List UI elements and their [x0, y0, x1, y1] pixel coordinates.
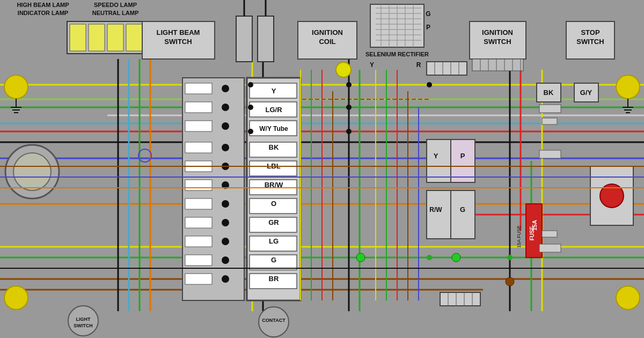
- svg-text:CONTACT: CONTACT: [262, 318, 286, 323]
- svg-text:LIGHT BEAM: LIGHT BEAM: [157, 28, 200, 36]
- svg-rect-30: [89, 24, 105, 51]
- svg-text:R: R: [416, 61, 421, 69]
- svg-rect-69: [472, 59, 523, 71]
- svg-point-158: [4, 286, 28, 310]
- svg-text:BK: BK: [544, 89, 554, 97]
- svg-text:SWITCH: SWITCH: [164, 38, 192, 46]
- svg-rect-131: [451, 190, 475, 239]
- svg-rect-180: [542, 231, 557, 237]
- svg-rect-112: [185, 255, 212, 266]
- svg-text:Y: Y: [272, 87, 276, 95]
- svg-text:SWITCH: SWITCH: [576, 38, 604, 46]
- svg-text:FUSE: FUSE: [529, 226, 535, 240]
- svg-rect-29: [70, 24, 86, 51]
- svg-point-121: [222, 219, 229, 226]
- svg-text:SELENIUM RECTIFIER: SELENIUM RECTIFIER: [365, 51, 429, 57]
- svg-rect-109: [185, 199, 212, 209]
- svg-text:BR: BR: [269, 275, 279, 283]
- svg-point-146: [248, 82, 253, 87]
- svg-text:G: G: [460, 205, 465, 214]
- svg-rect-129: [427, 190, 451, 239]
- svg-point-124: [222, 275, 229, 283]
- svg-text:HIGH BEAM LAMP: HIGH BEAM LAMP: [17, 2, 69, 8]
- svg-text:R/W: R/W: [429, 206, 442, 214]
- svg-text:SPEEDO LAMP: SPEEDO LAMP: [94, 2, 137, 8]
- svg-rect-127: [451, 139, 475, 182]
- svg-rect-106: [185, 142, 212, 153]
- svg-rect-143: [539, 105, 561, 113]
- svg-point-156: [13, 153, 51, 190]
- svg-point-153: [427, 255, 432, 260]
- svg-text:STOP: STOP: [581, 28, 599, 36]
- svg-rect-166: [440, 292, 480, 306]
- svg-point-120: [222, 200, 229, 208]
- svg-point-147: [346, 82, 352, 87]
- svg-text:Y: Y: [434, 152, 438, 160]
- svg-text:NEUTRAL LAMP: NEUTRAL LAMP: [92, 10, 139, 16]
- svg-text:GR: GR: [268, 218, 279, 226]
- svg-point-154: [507, 255, 513, 260]
- svg-rect-144: [539, 244, 561, 252]
- svg-text:W/Y Tube: W/Y Tube: [259, 125, 288, 133]
- svg-text:P: P: [460, 152, 465, 160]
- svg-rect-31: [107, 24, 123, 51]
- svg-text:LG: LG: [269, 237, 279, 245]
- svg-point-159: [616, 75, 640, 99]
- svg-point-150: [248, 105, 253, 110]
- svg-text:IGNITION: IGNITION: [312, 28, 343, 36]
- svg-rect-108: [185, 180, 212, 190]
- svg-text:Y: Y: [370, 61, 374, 69]
- svg-text:INDICATOR LAMP: INDICATOR LAMP: [18, 10, 68, 16]
- svg-text:15A FUSE: 15A FUSE: [516, 225, 522, 248]
- svg-text:LIGHT: LIGHT: [76, 317, 91, 322]
- svg-point-157: [4, 75, 28, 99]
- svg-point-184: [506, 277, 514, 286]
- svg-text:IGNITION: IGNITION: [482, 28, 513, 36]
- svg-point-117: [222, 144, 229, 151]
- svg-text:G: G: [426, 10, 430, 18]
- svg-text:G: G: [271, 256, 276, 264]
- svg-rect-125: [427, 139, 451, 182]
- svg-point-182: [356, 253, 365, 262]
- svg-text:P: P: [426, 24, 430, 31]
- svg-point-152: [346, 129, 352, 134]
- svg-text:SWITCH: SWITCH: [74, 323, 93, 328]
- svg-text:SWITCH: SWITCH: [484, 38, 511, 46]
- svg-rect-37: [258, 16, 274, 62]
- svg-point-151: [248, 129, 253, 134]
- svg-point-123: [222, 256, 229, 264]
- svg-rect-104: [185, 102, 212, 113]
- svg-rect-111: [185, 236, 212, 247]
- svg-point-115: [222, 104, 229, 111]
- svg-text:COIL: COIL: [319, 38, 335, 46]
- svg-rect-61: [427, 62, 467, 75]
- svg-point-149: [346, 105, 352, 110]
- svg-point-122: [222, 238, 229, 245]
- svg-rect-36: [236, 16, 252, 62]
- svg-point-185: [336, 62, 351, 77]
- svg-text:G/Y: G/Y: [580, 89, 592, 97]
- svg-text:LG/R: LG/R: [265, 106, 282, 114]
- wiring-diagram: LIGHT BEAM SWITCH IGNITION COIL SELENIUM…: [0, 0, 644, 338]
- svg-point-116: [222, 122, 229, 130]
- svg-text:BK: BK: [269, 143, 279, 151]
- svg-text:O: O: [271, 200, 276, 208]
- svg-rect-110: [185, 217, 212, 228]
- svg-rect-113: [185, 274, 212, 284]
- svg-rect-105: [185, 121, 212, 131]
- svg-rect-179: [542, 118, 557, 124]
- svg-point-148: [427, 82, 432, 87]
- svg-point-183: [452, 253, 460, 262]
- svg-point-160: [616, 286, 640, 310]
- svg-point-114: [222, 85, 229, 92]
- svg-rect-145: [539, 150, 561, 158]
- svg-rect-103: [185, 83, 212, 94]
